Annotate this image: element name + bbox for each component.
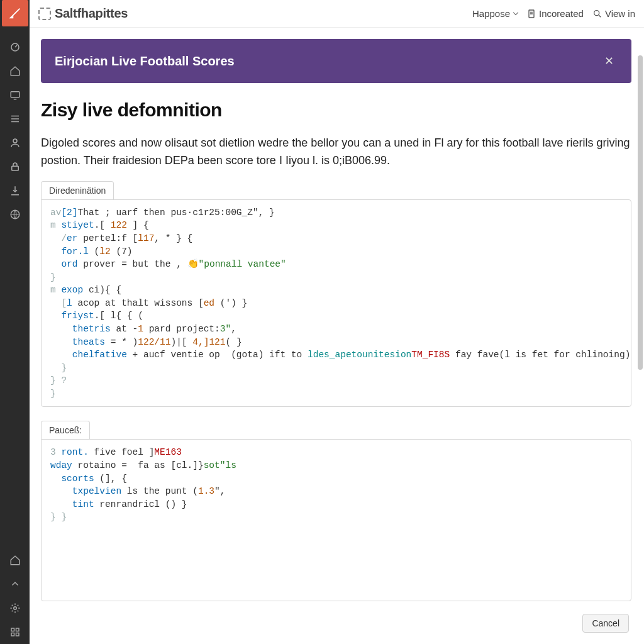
svg-rect-9	[16, 633, 19, 636]
incoreated-label: Incoreated	[539, 8, 584, 19]
globe-icon[interactable]	[7, 206, 23, 223]
gear-icon[interactable]	[7, 600, 23, 616]
screen-icon[interactable]	[7, 87, 23, 103]
brand-name: Saltfhapittes	[55, 6, 128, 21]
content-area: Eirjocian Live Football Scores ✕ Zisy li…	[30, 28, 644, 644]
grid-icon[interactable]	[7, 624, 23, 640]
svg-rect-6	[11, 628, 14, 631]
code1-body[interactable]: av[2]That ; uarf then pus·c1r25:00G_Z", …	[41, 199, 631, 408]
happose-menu[interactable]: Happose	[472, 8, 518, 19]
banner-title: Eirjocian Live Football Scores	[55, 54, 235, 69]
brand-icon	[38, 8, 51, 20]
home2-icon[interactable]	[7, 552, 23, 569]
topbar: Saltfhapittes Happose Incoreated View in	[30, 0, 644, 28]
svg-point-5	[13, 607, 16, 610]
collapse-icon[interactable]	[7, 576, 23, 592]
announcement-banner: Eirjocian Live Football Scores ✕	[41, 39, 631, 83]
list-icon[interactable]	[7, 111, 23, 127]
cancel-button[interactable]: Cancel	[582, 614, 629, 633]
footer-actions: Cancel	[582, 614, 629, 633]
home-icon[interactable]	[7, 63, 23, 79]
page-description: Digoled scores and now olisaut sot dietl…	[41, 135, 631, 170]
code2-body[interactable]: 3 ront. five foel ]ME163 wday rotaino = …	[41, 439, 631, 601]
view-in-link[interactable]: View in	[592, 8, 635, 19]
dashboard-icon[interactable]	[7, 39, 23, 55]
search-icon	[592, 9, 602, 19]
topbar-right: Happose Incoreated View in	[472, 8, 635, 19]
doc-icon	[526, 9, 536, 19]
page-title: Zisy live defomnition	[41, 99, 631, 121]
main-column: Saltfhapittes Happose Incoreated View in	[30, 0, 644, 644]
app-logo[interactable]	[2, 0, 28, 26]
svg-rect-8	[11, 633, 14, 636]
code2-tab[interactable]: Pauceß:	[41, 421, 90, 439]
scrollbar-thumb[interactable]	[638, 55, 643, 370]
svg-point-2	[13, 139, 17, 143]
happose-label: Happose	[472, 8, 510, 19]
code1-tab[interactable]: Diredeninätion	[41, 181, 114, 199]
svg-point-11	[594, 10, 599, 15]
svg-rect-1	[11, 92, 19, 97]
code-section-2: Pauceß: 3 ront. five foel ]ME163 wday ro…	[41, 421, 631, 601]
view-in-label: View in	[605, 8, 635, 19]
brand[interactable]: Saltfhapittes	[38, 6, 128, 21]
chevron-down-icon	[513, 9, 518, 14]
code-section-1: Diredeninätion av[2]That ; uarf then pus…	[41, 181, 631, 408]
svg-rect-7	[16, 628, 19, 631]
incoreated-link[interactable]: Incoreated	[526, 8, 584, 19]
user-icon[interactable]	[7, 135, 23, 151]
lock-icon[interactable]	[7, 158, 23, 175]
svg-rect-3	[11, 166, 18, 170]
left-rail	[0, 0, 30, 644]
download-icon[interactable]	[7, 182, 23, 199]
close-icon[interactable]: ✕	[601, 52, 618, 70]
